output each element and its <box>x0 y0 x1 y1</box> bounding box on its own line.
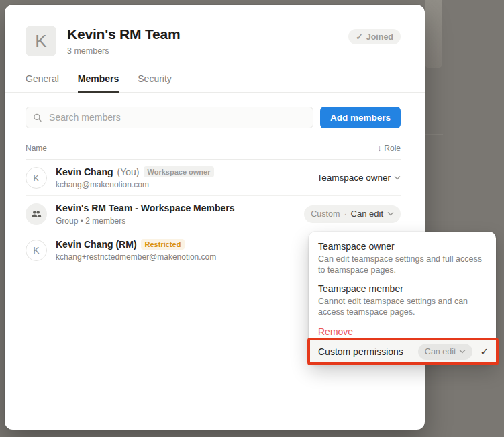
dot-separator: · <box>344 209 346 219</box>
name-column-header: Name <box>26 144 47 153</box>
menu-item-custom-permissions[interactable]: Custom permissions Can edit ✓ <box>307 338 499 365</box>
avatar: K <box>26 167 47 189</box>
joined-badge[interactable]: ✓ Joined <box>348 29 401 44</box>
role-dropdown-trigger[interactable]: Teamspace owner <box>317 173 401 183</box>
custom-role-dropdown-trigger[interactable]: Custom · Can edit <box>304 205 401 223</box>
teamspace-avatar: K <box>26 26 56 56</box>
tab-general[interactable]: General <box>26 73 59 92</box>
permission-level-dropdown[interactable]: Can edit <box>418 344 473 360</box>
chevron-down-icon <box>394 175 401 180</box>
teamspace-settings-modal: K Kevin's RM Team 3 members ✓ Joined Gen… <box>5 5 425 430</box>
tab-security[interactable]: Security <box>138 73 172 92</box>
selected-check-icon: ✓ <box>478 346 491 358</box>
member-name: Kevin Chang (RM) <box>56 239 137 250</box>
menu-item-remove[interactable]: Remove <box>318 326 487 337</box>
member-email: kchang@makenotion.com <box>56 180 317 189</box>
backdrop-divider <box>425 134 443 135</box>
member-count: 3 members <box>67 46 181 56</box>
restricted-badge: Restricted <box>141 239 185 250</box>
tab-bar: General Members Security <box>5 56 425 93</box>
joined-badge-label: Joined <box>366 32 393 42</box>
role-column-header[interactable]: ↓ Role <box>377 144 401 153</box>
group-icon <box>31 209 42 219</box>
table-row: K Kevin Chang (You) Workspace owner kcha… <box>26 160 401 196</box>
search-members-box[interactable] <box>26 107 313 128</box>
menu-item-teamspace-owner[interactable]: Teamspace owner Can edit teamspace setti… <box>318 241 487 276</box>
custom-permissions-label: Custom permissions <box>318 346 413 357</box>
sort-descending-icon: ↓ <box>377 144 381 153</box>
table-row: Kevin's RM Team - Workspace Members Grou… <box>26 196 401 232</box>
member-you-suffix: (You) <box>117 166 140 177</box>
page-title: Kevin's RM Team <box>67 26 181 42</box>
backdrop-content-edge <box>425 0 442 68</box>
workspace-owner-badge: Workspace owner <box>144 166 215 177</box>
chevron-down-icon <box>459 349 466 354</box>
teamspace-header: K Kevin's RM Team 3 members ✓ Joined <box>5 5 425 56</box>
search-members-input[interactable] <box>48 111 306 124</box>
add-members-button[interactable]: Add members <box>320 107 401 128</box>
chevron-down-icon <box>387 211 394 216</box>
group-name: Kevin's RM Team - Workspace Members <box>56 203 235 213</box>
search-icon <box>33 113 42 123</box>
group-subtitle: Group • 2 members <box>56 216 304 226</box>
check-icon: ✓ <box>356 32 362 42</box>
menu-item-teamspace-member[interactable]: Teamspace member Cannot edit teamspace s… <box>318 283 487 318</box>
avatar: K <box>26 240 47 261</box>
member-name: Kevin Chang <box>56 166 113 177</box>
avatar <box>26 203 47 225</box>
members-table-header: Name ↓ Role <box>26 144 401 160</box>
tab-members[interactable]: Members <box>78 73 119 93</box>
